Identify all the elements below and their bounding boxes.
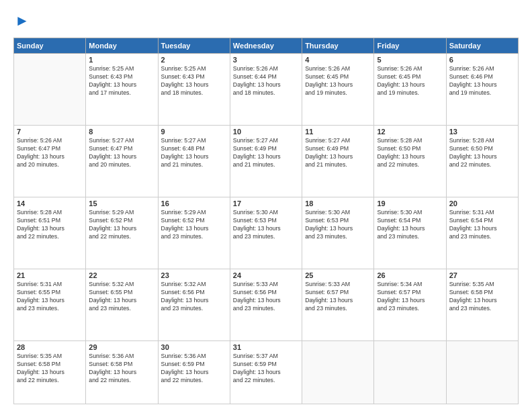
day-number: 3 bbox=[233, 56, 299, 64]
day-info: Sunrise: 5:28 AMSunset: 6:51 PMDaylight:… bbox=[17, 209, 83, 241]
day-info: Sunrise: 5:35 AMSunset: 6:58 PMDaylight:… bbox=[17, 353, 83, 385]
day-info: Sunrise: 5:30 AMSunset: 6:53 PMDaylight:… bbox=[233, 209, 299, 241]
calendar-cell: 2Sunrise: 5:25 AMSunset: 6:43 PMDaylight… bbox=[158, 54, 230, 126]
day-number: 9 bbox=[161, 128, 227, 136]
page: ► SundayMondayTuesdayWednesdayThursdayFr… bbox=[0, 0, 532, 411]
calendar-cell: 8Sunrise: 5:27 AMSunset: 6:47 PMDaylight… bbox=[86, 126, 158, 197]
calendar-week-5: 28Sunrise: 5:35 AMSunset: 6:58 PMDayligh… bbox=[14, 341, 519, 404]
calendar-cell bbox=[374, 341, 446, 404]
calendar: SundayMondayTuesdayWednesdayThursdayFrid… bbox=[13, 38, 519, 404]
day-number: 20 bbox=[449, 199, 515, 208]
day-number: 10 bbox=[233, 128, 299, 136]
day-number: 27 bbox=[449, 271, 515, 279]
calendar-cell: 16Sunrise: 5:29 AMSunset: 6:52 PMDayligh… bbox=[158, 197, 230, 269]
calendar-cell: 4Sunrise: 5:26 AMSunset: 6:45 PMDaylight… bbox=[302, 54, 374, 126]
day-number: 18 bbox=[305, 199, 371, 208]
calendar-cell bbox=[14, 54, 86, 126]
calendar-cell: 24Sunrise: 5:33 AMSunset: 6:56 PMDayligh… bbox=[230, 269, 302, 341]
day-number: 12 bbox=[377, 128, 443, 136]
calendar-header-sunday: Sunday bbox=[14, 38, 86, 54]
day-number: 25 bbox=[305, 271, 371, 279]
logo-icon: ► bbox=[15, 12, 30, 30]
calendar-cell: 22Sunrise: 5:32 AMSunset: 6:55 PMDayligh… bbox=[86, 269, 158, 341]
calendar-cell: 10Sunrise: 5:27 AMSunset: 6:49 PMDayligh… bbox=[230, 126, 302, 197]
calendar-cell: 25Sunrise: 5:33 AMSunset: 6:57 PMDayligh… bbox=[302, 269, 374, 341]
calendar-cell: 9Sunrise: 5:27 AMSunset: 6:48 PMDaylight… bbox=[158, 126, 230, 197]
calendar-cell: 21Sunrise: 5:31 AMSunset: 6:55 PMDayligh… bbox=[14, 269, 86, 341]
day-number: 24 bbox=[233, 271, 299, 279]
calendar-cell: 14Sunrise: 5:28 AMSunset: 6:51 PMDayligh… bbox=[14, 197, 86, 269]
day-number: 29 bbox=[89, 343, 154, 351]
day-number: 31 bbox=[233, 343, 299, 351]
day-info: Sunrise: 5:36 AMSunset: 6:58 PMDaylight:… bbox=[89, 353, 154, 385]
calendar-header-monday: Monday bbox=[86, 38, 158, 54]
calendar-cell: 7Sunrise: 5:26 AMSunset: 6:47 PMDaylight… bbox=[14, 126, 86, 197]
calendar-cell: 6Sunrise: 5:26 AMSunset: 6:46 PMDaylight… bbox=[446, 54, 518, 126]
calendar-header-tuesday: Tuesday bbox=[158, 38, 230, 54]
calendar-cell: 11Sunrise: 5:27 AMSunset: 6:49 PMDayligh… bbox=[302, 126, 374, 197]
day-number: 2 bbox=[161, 56, 227, 64]
day-info: Sunrise: 5:27 AMSunset: 6:47 PMDaylight:… bbox=[89, 137, 154, 169]
day-number: 17 bbox=[233, 199, 299, 208]
day-info: Sunrise: 5:29 AMSunset: 6:52 PMDaylight:… bbox=[89, 209, 154, 241]
day-number: 5 bbox=[377, 56, 443, 64]
day-info: Sunrise: 5:26 AMSunset: 6:45 PMDaylight:… bbox=[305, 65, 371, 97]
day-number: 8 bbox=[89, 128, 154, 136]
day-info: Sunrise: 5:30 AMSunset: 6:53 PMDaylight:… bbox=[305, 209, 371, 241]
day-info: Sunrise: 5:36 AMSunset: 6:59 PMDaylight:… bbox=[161, 353, 227, 385]
day-info: Sunrise: 5:31 AMSunset: 6:55 PMDaylight:… bbox=[17, 281, 83, 313]
calendar-cell: 27Sunrise: 5:35 AMSunset: 6:58 PMDayligh… bbox=[446, 269, 518, 341]
day-info: Sunrise: 5:34 AMSunset: 6:57 PMDaylight:… bbox=[377, 281, 443, 313]
day-info: Sunrise: 5:26 AMSunset: 6:46 PMDaylight:… bbox=[449, 65, 515, 97]
calendar-cell: 18Sunrise: 5:30 AMSunset: 6:53 PMDayligh… bbox=[302, 197, 374, 269]
day-number: 15 bbox=[89, 199, 154, 208]
calendar-week-2: 7Sunrise: 5:26 AMSunset: 6:47 PMDaylight… bbox=[14, 126, 519, 197]
day-info: Sunrise: 5:31 AMSunset: 6:54 PMDaylight:… bbox=[449, 209, 515, 241]
calendar-cell: 29Sunrise: 5:36 AMSunset: 6:58 PMDayligh… bbox=[86, 341, 158, 404]
day-info: Sunrise: 5:32 AMSunset: 6:55 PMDaylight:… bbox=[89, 281, 154, 313]
day-info: Sunrise: 5:30 AMSunset: 6:54 PMDaylight:… bbox=[377, 209, 443, 241]
day-info: Sunrise: 5:26 AMSunset: 6:45 PMDaylight:… bbox=[377, 65, 443, 97]
day-info: Sunrise: 5:27 AMSunset: 6:49 PMDaylight:… bbox=[233, 137, 299, 169]
calendar-cell: 23Sunrise: 5:32 AMSunset: 6:56 PMDayligh… bbox=[158, 269, 230, 341]
calendar-cell: 31Sunrise: 5:37 AMSunset: 6:59 PMDayligh… bbox=[230, 341, 302, 404]
calendar-header-saturday: Saturday bbox=[446, 38, 518, 54]
calendar-cell bbox=[302, 341, 374, 404]
calendar-cell: 1Sunrise: 5:25 AMSunset: 6:43 PMDaylight… bbox=[86, 54, 158, 126]
calendar-cell: 17Sunrise: 5:30 AMSunset: 6:53 PMDayligh… bbox=[230, 197, 302, 269]
day-number: 28 bbox=[17, 343, 83, 351]
day-info: Sunrise: 5:29 AMSunset: 6:52 PMDaylight:… bbox=[161, 209, 227, 241]
calendar-cell bbox=[446, 341, 518, 404]
calendar-cell: 15Sunrise: 5:29 AMSunset: 6:52 PMDayligh… bbox=[86, 197, 158, 269]
header: ► bbox=[13, 12, 519, 30]
calendar-cell: 26Sunrise: 5:34 AMSunset: 6:57 PMDayligh… bbox=[374, 269, 446, 341]
day-info: Sunrise: 5:27 AMSunset: 6:48 PMDaylight:… bbox=[161, 137, 227, 169]
calendar-header-thursday: Thursday bbox=[302, 38, 374, 54]
day-number: 4 bbox=[305, 56, 371, 64]
logo: ► bbox=[13, 12, 30, 30]
calendar-header-wednesday: Wednesday bbox=[230, 38, 302, 54]
calendar-week-1: 1Sunrise: 5:25 AMSunset: 6:43 PMDaylight… bbox=[14, 54, 519, 126]
day-info: Sunrise: 5:26 AMSunset: 6:44 PMDaylight:… bbox=[233, 65, 299, 97]
calendar-week-3: 14Sunrise: 5:28 AMSunset: 6:51 PMDayligh… bbox=[14, 197, 519, 269]
day-number: 30 bbox=[161, 343, 227, 351]
day-info: Sunrise: 5:33 AMSunset: 6:56 PMDaylight:… bbox=[233, 281, 299, 313]
day-number: 21 bbox=[17, 271, 83, 279]
day-number: 16 bbox=[161, 199, 227, 208]
calendar-header-friday: Friday bbox=[374, 38, 446, 54]
calendar-cell: 13Sunrise: 5:28 AMSunset: 6:50 PMDayligh… bbox=[446, 126, 518, 197]
day-number: 7 bbox=[17, 128, 83, 136]
day-number: 23 bbox=[161, 271, 227, 279]
calendar-cell: 19Sunrise: 5:30 AMSunset: 6:54 PMDayligh… bbox=[374, 197, 446, 269]
day-info: Sunrise: 5:35 AMSunset: 6:58 PMDaylight:… bbox=[449, 281, 515, 313]
day-info: Sunrise: 5:26 AMSunset: 6:47 PMDaylight:… bbox=[17, 137, 83, 169]
calendar-cell: 5Sunrise: 5:26 AMSunset: 6:45 PMDaylight… bbox=[374, 54, 446, 126]
day-number: 14 bbox=[17, 199, 83, 208]
calendar-header-row: SundayMondayTuesdayWednesdayThursdayFrid… bbox=[14, 38, 519, 54]
day-info: Sunrise: 5:25 AMSunset: 6:43 PMDaylight:… bbox=[89, 65, 154, 97]
day-number: 13 bbox=[449, 128, 515, 136]
day-info: Sunrise: 5:37 AMSunset: 6:59 PMDaylight:… bbox=[233, 353, 299, 385]
day-number: 26 bbox=[377, 271, 443, 279]
day-info: Sunrise: 5:25 AMSunset: 6:43 PMDaylight:… bbox=[161, 65, 227, 97]
day-info: Sunrise: 5:33 AMSunset: 6:57 PMDaylight:… bbox=[305, 281, 371, 313]
